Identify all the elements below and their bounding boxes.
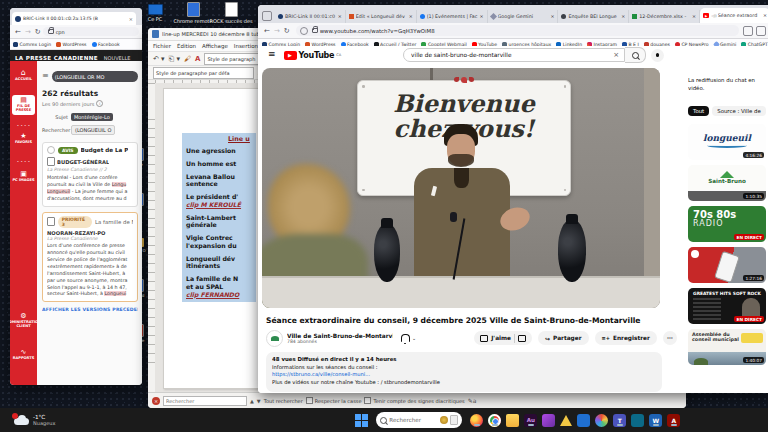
- taskbar-app-pink[interactable]: [542, 414, 555, 427]
- close-find-icon[interactable]: ×: [152, 397, 160, 405]
- show-previous-versions-link[interactable]: AFFICHER LES VERSIONS PRÉCÉDENT: [42, 307, 138, 312]
- taskbar-app-teal[interactable]: [631, 414, 644, 427]
- youtube-search-box[interactable]: ×: [403, 48, 625, 62]
- dislike-icon[interactable]: [518, 335, 526, 342]
- filter-chip-tout[interactable]: Tout: [688, 106, 709, 116]
- related-video-soft-rock[interactable]: GREATEST HITS SOFT ROCK EN DIRECT: [688, 288, 766, 324]
- video-description[interactable]: 48 vues Diffusé en direct il y a 14 heur…: [266, 352, 662, 392]
- article-card[interactable]: AVIS Budget de La P BUDGET-GÉNÉRAL La Pr…: [42, 142, 138, 207]
- related-video-saint-bruno[interactable]: Saint-Bruno 1:10:35: [688, 165, 766, 201]
- desktop-icon-chrome-remote[interactable]: Chrome remote: [176, 2, 210, 24]
- bookmark-facebook[interactable]: Facebook: [92, 42, 120, 47]
- taskbar-photos[interactable]: [595, 414, 608, 427]
- menu-affichage[interactable]: Affichage: [202, 43, 228, 49]
- youtube-search-input[interactable]: [409, 51, 613, 59]
- press-menu-nouvelles[interactable]: NOUVELLE: [104, 55, 131, 61]
- bookmark-wordpress[interactable]: WordPress: [56, 42, 86, 47]
- article-card[interactable]: PRIORITÉ 3 La famille de N NOORAN-REZAYI…: [42, 212, 138, 303]
- rechercher-chip[interactable]: (LONGUEUIL O: [71, 125, 115, 135]
- find-prev-icon[interactable]: ▲: [250, 398, 254, 404]
- close-tab-icon[interactable]: ×: [129, 16, 133, 22]
- taskbar-teams[interactable]: T: [613, 414, 626, 427]
- desktop-icon-rock[interactable]: ROCK succès des: [214, 2, 248, 24]
- close-tab-icon[interactable]: ×: [763, 13, 767, 18]
- tab-spreadsheet[interactable]: 12-Décembre.xlsx -×: [629, 10, 700, 23]
- close-tab-icon[interactable]: ×: [621, 14, 625, 19]
- bookmark-comrex[interactable]: Comrex Login: [13, 42, 51, 47]
- sidebar-item-fil-de-presse[interactable]: ▤FIL DE PRESSE: [12, 95, 35, 115]
- hamburger-icon[interactable]: ≡: [42, 74, 49, 79]
- voice-search-button[interactable]: [651, 49, 664, 62]
- close-tab-icon[interactable]: ×: [409, 14, 413, 19]
- close-tab-icon[interactable]: ×: [480, 14, 484, 19]
- search-button[interactable]: [625, 47, 646, 63]
- formatted-display-icon[interactable]: ✎a: [468, 397, 477, 404]
- paste-icon[interactable]: ⎗ ▾: [169, 55, 180, 63]
- extensions-icon[interactable]: [743, 26, 753, 36]
- taskbar-chrome[interactable]: [488, 414, 501, 427]
- taskbar-word[interactable]: W: [649, 414, 662, 427]
- find-all-button[interactable]: Tout rechercher: [264, 398, 303, 404]
- channel-avatar[interactable]: [266, 330, 283, 347]
- find-input[interactable]: [163, 396, 247, 406]
- find-next-icon[interactable]: ▼: [257, 398, 261, 404]
- firefox-view-icon[interactable]: [262, 11, 272, 21]
- vertical-ruler[interactable]: [148, 83, 155, 393]
- tab-bric-link[interactable]: BRIC-Link II 00:01:c0×: [275, 10, 346, 23]
- info-icon[interactable]: i: [96, 100, 103, 107]
- paragraph-style-select[interactable]: Style de paragraphe par défa: [153, 67, 254, 79]
- tab-facebook-events[interactable]: (1) Événements | Fac×: [417, 10, 488, 23]
- filter-chip-source[interactable]: Source : Ville de: [712, 106, 766, 116]
- sidebar-item-accueil[interactable]: ⌂ACCUEIL: [10, 69, 37, 81]
- related-video-longueuil[interactable]: longueuil 4:16:26: [688, 124, 766, 160]
- radio-button[interactable]: [47, 146, 55, 154]
- tab-seance-extraordinaire-active[interactable]: ▶◁))Séance extraord×: [700, 8, 768, 23]
- close-tab-icon[interactable]: ×: [550, 14, 554, 19]
- menu-insertion[interactable]: Insertion: [234, 43, 258, 49]
- sidebar-item-administration[interactable]: ⚙ADMINISTRATION CLIENT: [10, 313, 37, 329]
- close-tab-icon[interactable]: ×: [692, 14, 696, 19]
- related-video-phone[interactable]: 1:27:16: [688, 247, 766, 283]
- start-button[interactable]: [355, 414, 368, 427]
- reload-icon[interactable]: ↻: [284, 27, 290, 35]
- hamburger-icon[interactable]: ≡: [268, 52, 276, 57]
- taskbar-audition[interactable]: Au: [524, 414, 537, 427]
- menu-fichier[interactable]: Fichier: [153, 43, 171, 49]
- clone-formatting-icon[interactable]: 🖌: [184, 55, 191, 63]
- forward-icon[interactable]: →: [274, 27, 280, 35]
- match-case-checkbox[interactable]: Respecter la casse: [306, 397, 362, 404]
- forward-icon[interactable]: →: [25, 28, 31, 36]
- sidebar-icon[interactable]: [756, 26, 766, 36]
- taskbar-drive[interactable]: [560, 415, 572, 426]
- like-icon[interactable]: [480, 335, 488, 342]
- save-button[interactable]: ≡+Enregistrer: [595, 331, 657, 345]
- taskbar-explorer[interactable]: [506, 414, 519, 427]
- sidebar-item-pc-images[interactable]: ▣PC IMAGES: [10, 171, 37, 182]
- press-search-input[interactable]: (LONGUEUIL OR MO: [52, 71, 138, 82]
- like-dislike-buttons[interactable]: J'aime: [474, 331, 532, 345]
- press-tab[interactable]: BRIC-Link II 00:01:c0:2a:13:f5 (B ×: [12, 12, 136, 25]
- youtube-url-bar[interactable]: www.youtube.com/watch?v=GqH3YwOiM8: [296, 25, 739, 36]
- description-link[interactable]: https://stbruno.ca/ville/conseil-muni...: [272, 371, 656, 377]
- desktop-icon-ce-pc[interactable]: Ce PC: [138, 4, 172, 22]
- taskbar-search[interactable]: Rechercher: [376, 412, 462, 428]
- sujet-chip[interactable]: Montérégie-Lo: [71, 113, 113, 121]
- youtube-logo[interactable]: ▶ YouTube CA: [284, 51, 342, 60]
- video-player[interactable]: Bienvenue chez vous!: [262, 68, 660, 308]
- taskbar-app-blue[interactable]: [577, 414, 590, 427]
- press-url-bar[interactable]: cpn: [43, 27, 139, 36]
- sidebar-item-rapports[interactable]: ∿RAPPORTS: [10, 349, 37, 360]
- tab-google-gemini[interactable]: Google Gemini×: [488, 10, 559, 23]
- channel-info[interactable]: Ville de Saint-Bruno-de-Montarville 784 …: [287, 333, 393, 344]
- reload-icon[interactable]: ↻: [35, 28, 41, 36]
- taskbar-acrobat[interactable]: A: [667, 414, 680, 427]
- undo-icon[interactable]: ↶ ▾: [153, 55, 165, 63]
- tab-audio-icon[interactable]: ◁)): [711, 14, 717, 18]
- tab-wordpress-edit[interactable]: Edit « Longueuil dév×: [346, 10, 417, 23]
- diacritics-checkbox[interactable]: Tenir compte des signes diacritiques: [364, 397, 464, 404]
- close-tab-icon[interactable]: ×: [338, 14, 342, 19]
- weather-widget[interactable]: -1°C Nuageux: [14, 414, 55, 426]
- tab-enquete-bei[interactable]: Enquête BEI Longue×: [558, 10, 629, 23]
- share-button[interactable]: ↪Partager: [538, 331, 589, 345]
- back-icon[interactable]: ←: [15, 28, 21, 36]
